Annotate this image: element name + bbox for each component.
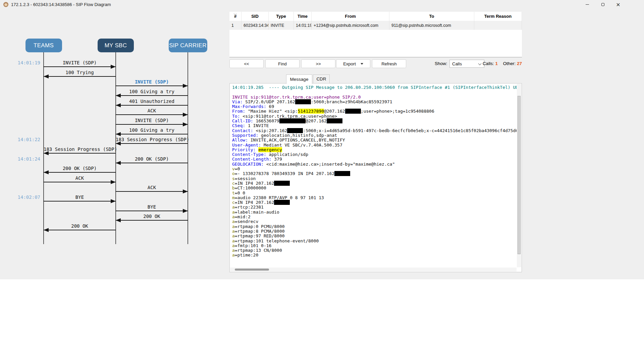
text-segment: a <box>232 205 235 210</box>
flow-message-label[interactable]: ACK <box>116 185 188 190</box>
flow-message-arrow[interactable] <box>116 191 188 192</box>
flow-message-label[interactable]: 100 Giving a try <box>116 127 188 133</box>
sip-message-line <box>232 90 517 95</box>
flow-message-arrow[interactable] <box>116 105 188 106</box>
flow-message-arrow[interactable] <box>116 143 188 144</box>
calls-count-value: 1 <box>495 61 498 66</box>
flow-message-arrow[interactable] <box>116 124 188 125</box>
arrowhead-icon <box>116 218 121 222</box>
column-header-to[interactable]: To <box>389 12 474 21</box>
text-segment: =rtpmap:8 PCMA/8000 <box>235 229 285 234</box>
flow-message-label[interactable]: 100 Trying <box>44 70 116 75</box>
text-segment: =- 1330278378 780349339 IN IP4 207.162 <box>235 171 334 176</box>
flow-message-label[interactable]: INVITE (SDP) <box>44 60 116 65</box>
calls-count-label: Calls: <box>483 61 494 66</box>
sip-message-line: c=IN IP4 207.162 <box>232 181 517 186</box>
text-segment: a <box>232 229 235 234</box>
text-segment: From: <box>232 109 248 114</box>
tab-message[interactable]: Message <box>286 74 312 84</box>
flow-message-label[interactable]: ACK <box>44 175 116 181</box>
text-segment: ;user=phone>;tag=1c954088806 <box>361 109 434 114</box>
flow-message-label[interactable]: BYE <box>44 194 116 200</box>
arrowhead-icon <box>183 209 188 213</box>
minimize-button[interactable] <box>580 0 595 9</box>
flow-message-label[interactable]: 100 Giving a try <box>116 89 188 94</box>
text-segment: a <box>232 219 235 224</box>
text-segment: a <box>232 210 235 215</box>
flow-message-arrow[interactable] <box>44 172 116 173</box>
flow-message-label[interactable]: 200 OK (SDP) <box>116 156 188 162</box>
close-button[interactable]: × <box>610 0 626 9</box>
arrowhead-icon <box>111 199 116 203</box>
flow-message-arrow[interactable] <box>44 66 116 67</box>
cell-time: 14:01:19 <box>294 21 312 30</box>
sip-message-line: a=rtpmap:101 telephone-event/8000 <box>232 239 517 243</box>
flow-message-arrow[interactable] <box>44 201 116 202</box>
sip-message-text: 14:01:19.285 ---- Outgoing SIP Message t… <box>232 85 517 267</box>
flow-message-label[interactable]: BYE <box>116 204 188 210</box>
filter-chevron-icon[interactable] <box>234 13 236 15</box>
column-header-term-reason[interactable]: Term Reason <box>474 12 522 21</box>
text-segment: Content-Length: <box>232 157 274 162</box>
sip-message-line: a=sendrecv <box>232 219 517 224</box>
flow-message-label[interactable]: 200 OK <box>116 214 188 219</box>
text-segment: =0 0 <box>235 190 245 195</box>
table-row[interactable]: 1602343:14:34...INVITE14:01:19+1234@sip.… <box>229 21 522 30</box>
entity-sip-carrier: SIP CARRIER <box>169 39 207 52</box>
flow-message-arrow[interactable] <box>44 230 116 230</box>
flow-message-arrow[interactable] <box>116 86 188 86</box>
column-header-type[interactable]: Type <box>269 12 294 21</box>
refresh-button[interactable]: Refresh <box>372 59 406 68</box>
flow-message-arrow[interactable] <box>116 163 188 163</box>
prev-button[interactable]: << <box>229 59 264 68</box>
text-segment: =mid:2 <box>235 214 251 219</box>
text-segment: Via: <box>232 99 245 104</box>
sip-message-line: o=- 1330278378 780349339 IN IP4 207.162 <box>232 171 517 176</box>
find-button[interactable]: Find <box>265 59 300 68</box>
column-header-sid[interactable]: SID <box>241 12 269 21</box>
arrowhead-icon <box>183 122 188 126</box>
sip-message-line: a=rtpmap:8 PCMA/8000 <box>232 229 517 234</box>
vertical-scrollbar <box>517 84 521 267</box>
tab-cdr[interactable]: CDR <box>313 74 330 83</box>
vertical-scrollbar-thumb[interactable] <box>518 96 521 254</box>
sip-message-line: Content-Length: 379 <box>232 157 517 162</box>
chevron-down-icon <box>478 62 482 65</box>
text-segment: t <box>232 190 235 195</box>
column-header-time[interactable]: Time <box>294 12 312 21</box>
text-segment: application/sdp <box>269 152 308 157</box>
horizontal-scrollbar-thumb[interactable] <box>235 269 269 271</box>
next-button[interactable]: >> <box>301 59 335 68</box>
flow-message-arrow[interactable] <box>44 153 116 154</box>
flow-message-arrow[interactable] <box>116 95 188 96</box>
text-segment: 69 <box>269 104 274 109</box>
flow-message-label[interactable]: 200 OK <box>44 223 116 229</box>
flow-message-arrow[interactable] <box>44 76 116 77</box>
flow-message-label[interactable]: ACK <box>116 108 188 113</box>
maximize-button[interactable] <box>595 0 610 9</box>
flow-message-label[interactable]: 183 Session Progress (SDP) <box>44 147 116 152</box>
arrowhead-icon <box>116 161 121 165</box>
text-segment: a <box>232 224 235 229</box>
flow-message-label[interactable]: INVITE (SDP) <box>116 118 188 123</box>
flow-message-label[interactable]: 401 Unauthorized <box>116 99 188 104</box>
flow-message-label[interactable]: INVITE (SDP) <box>116 79 188 84</box>
flow-message-arrow[interactable] <box>116 134 188 134</box>
text-segment: =rtpmap:97 RED/8000 <box>235 233 285 238</box>
flow-message-arrow[interactable] <box>44 182 116 182</box>
sip-message-line: a=label:main-audio <box>232 210 517 215</box>
column-header-from[interactable]: From <box>312 12 389 21</box>
show-label: Show: <box>435 61 447 66</box>
flow-message-label[interactable]: 200 OK (SDP) <box>44 166 116 171</box>
show-dropdown[interactable]: Calls <box>449 60 484 68</box>
flow-message-arrow[interactable] <box>116 211 188 211</box>
flow-message-label[interactable]: 183 Session Progress (SDP) <box>116 137 188 142</box>
caret-down-icon <box>361 63 363 65</box>
flow-message-arrow[interactable] <box>116 220 188 221</box>
flow-message-arrow[interactable] <box>116 114 188 115</box>
text-segment: 14:01:19.285 ---- Outgoing SIP Message t… <box>232 85 517 90</box>
sip-message-view[interactable]: 14:01:19.285 ---- Outgoing SIP Message t… <box>229 83 522 272</box>
export-button[interactable]: Export <box>336 59 370 68</box>
cell--: 1 <box>229 21 241 30</box>
text-segment: GEOLOCATION: <box>232 162 266 167</box>
